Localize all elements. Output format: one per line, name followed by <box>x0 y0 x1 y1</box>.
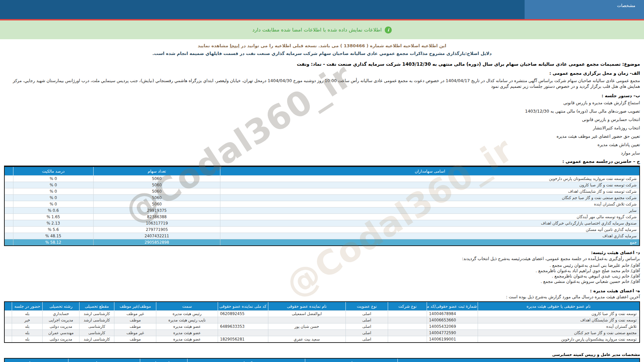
table-cell: مدیریت دولتی <box>43 336 79 343</box>
status-message: اطلاعات نمایش داده شده با اطلاعات امضا ش… <box>252 27 382 33</box>
shareholder-row: شرکت مجتمع صنعتی نفت و گاز صبا جم کنگان5… <box>4 195 640 201</box>
table-cell: 2905852898 <box>93 239 220 246</box>
table-cell <box>218 330 268 336</box>
board-member-row: توسعه نفت مروارید پیشکسوتان پارس دارخوین… <box>4 336 640 343</box>
table-cell <box>4 176 13 182</box>
header-cell: نام عضو حقیقی یا حقوقی هیئت مدیره <box>478 302 640 311</box>
agenda-item: انتخاب روزنامة کثیرالانتشار <box>4 125 640 130</box>
table-cell: شرکت تلاش گستران آینده <box>220 201 640 207</box>
shareholder-row: شرکت توسعه نفت مروارید پیشکسوتان پارس دا… <box>4 176 640 182</box>
table-cell: مدیریت دولتی <box>43 323 79 330</box>
table-cell: مدیریت اجرایی <box>43 317 79 323</box>
table-cell <box>388 323 427 330</box>
table-cell: 6489633353 <box>218 323 268 330</box>
amendment-note: این اطلاعیه اصلاحیه اطلاعیه شماره ( 1380… <box>0 43 644 48</box>
table-cell: 14004772590 <box>427 330 478 336</box>
tab-label: مشخصات <box>617 3 635 8</box>
header-cell: مقطع تحصیلی <box>140 358 187 362</box>
presidium-member: آقای/ خانم زینب عبدي انبوهي به‌عنوان ناظ… <box>4 274 640 279</box>
presidium-intro: براساس رأی‌گیری به‌عمل‌آمده در جلسة مجمع… <box>4 256 640 261</box>
previous-notice-link[interactable]: اینجا <box>230 43 239 48</box>
table-cell: 29919375 <box>93 207 220 214</box>
board-member-row: توسعه نفت و گاز شایستگان اهداف1400665366… <box>4 317 640 323</box>
page-header: مشخصات <box>0 0 644 19</box>
table-cell: اصلی <box>345 317 388 323</box>
table-cell: 5060 <box>93 182 220 188</box>
table-cell: بله <box>12 336 43 343</box>
table-cell: مهندسي عمران <box>43 330 79 336</box>
board-members-table: نام عضو حقیقی یا حقوقی هیئت مدیرهشمارة ث… <box>4 301 640 343</box>
table-cell: 1829056281 <box>218 336 268 343</box>
table-cell: % 5.6 <box>13 227 94 233</box>
total-row: جمع2905852898% 58.12 <box>4 239 640 246</box>
board-intro: آخرین اعضای هیئت مدیره درسال مالی مورد گ… <box>4 294 640 300</box>
board-member-row: توسعه نفت و گاز صبا کارون14004678984اصلی… <box>4 311 640 317</box>
table-cell <box>4 239 13 246</box>
table-cell: حسن شبان پور <box>268 323 345 330</box>
board-member-row: مجتمع صنعتی نفت و گاز صبا جم کنگان140047… <box>4 330 640 336</box>
table-cell: % 0 <box>13 176 94 182</box>
table-cell <box>4 227 13 233</box>
table-cell: غیر موظف <box>114 330 156 336</box>
board-header-row: نام عضو حقیقی یا حقوقی هیئت مدیرهشمارة ث… <box>4 302 640 311</box>
table-cell: % 0 <box>13 195 94 201</box>
header-cell: رشته تحصیلی <box>68 358 140 362</box>
header-cell: اسامی سهامداران <box>220 167 640 176</box>
table-cell: شرکت مجتمع صنعتی نفت و گاز صبا جم کنگان <box>220 195 640 201</box>
table-cell: ابوالفضل اسمعیلی <box>268 311 345 317</box>
table-cell: 5060 <box>93 201 220 207</box>
header-cell: حضور در جلسه <box>12 302 43 311</box>
header-cell: نام نماینده عضو حقوقی <box>268 302 345 311</box>
table-cell: کارشناسی ارشد <box>79 336 114 343</box>
header-cell: نام <box>305 358 397 362</box>
table-cell: 82386388 <box>93 214 220 220</box>
header-cell: تعداد سهام <box>93 167 220 176</box>
table-cell: تلاش گستران آینده <box>478 323 640 330</box>
shareholder-row: شرکت تلاش گستران آینده5060% 0 <box>4 201 640 207</box>
table-cell: شرکت گروه توسعه مالي مهر آیندگان <box>220 214 640 220</box>
table-cell: موظف <box>114 317 156 323</box>
table-cell <box>388 336 427 343</box>
agenda-list: استماع گزارش هیئت مدیره و بازرس قانونیتص… <box>4 100 640 156</box>
table-cell <box>388 330 427 336</box>
table-cell: 279771905 <box>93 227 220 233</box>
tab-moshakhasat[interactable]: مشخصات <box>525 0 644 19</box>
subject-line: موضوع: تصمیمات مجمع عمومی عادی سالیانه ص… <box>4 61 640 67</box>
section-e-title: ه- اعضای هیئت مدیره : <box>4 288 640 293</box>
table-cell: صندوق سرمایه گذاري اختصاصي بازارگرداني خ… <box>220 220 640 227</box>
table-cell: توسعه نفت مروارید پیشکسوتان پارس دارخوین <box>478 336 640 343</box>
meeting-location-paragraph: مجمع عمومی عادی سالیانه صاحبان سهام شرکت… <box>4 78 640 89</box>
agenda-item: انتخاب حسابرس و بازرس قانونی <box>4 117 640 122</box>
shareholders-header-row: اسامی سهامدارانتعداد سهامدرصد مالکیت <box>4 167 640 176</box>
table-cell: عضو هیئت مدیره <box>156 336 218 343</box>
agenda-item: سایر موارد <box>4 150 640 156</box>
section-a-title: الف- زمان و محل برگزاری مجمع عمومی : <box>4 71 640 76</box>
agenda-item: استماع گزارش هیئت مدیره و بازرس قانونی <box>4 100 640 105</box>
table-cell: 0620892455 <box>218 311 268 317</box>
shareholders-body: شرکت توسعه نفت مروارید پیشکسوتان پارس دا… <box>4 176 640 239</box>
table-cell <box>4 214 13 220</box>
ceo-header-row: شرحنامکد ملیمقطع تحصیلیرشته تحصیلیحضور د… <box>4 358 640 362</box>
shareholder-row: سایر29919375% 0.6 <box>4 207 640 214</box>
presidium-member: آقای/ خانم حسین شعباني سروش به‌عنوان منش… <box>4 279 640 284</box>
table-cell: 14004678984 <box>427 311 478 317</box>
agenda-item: تصویب صورت‌های مالی سال (دوره) مالی منته… <box>4 109 640 114</box>
table-cell: اصلی <box>345 336 388 343</box>
table-cell <box>388 311 427 317</box>
presidium-members-list: آقای/ خانم علیرضا بني اسدي به‌عنوان رئیس… <box>4 263 640 284</box>
table-cell: نایب رئیس هیئت مدیره <box>156 317 218 323</box>
shareholder-row: سرمایه گذاري تامین آتیه مسکن279771905% 5… <box>4 227 640 233</box>
table-cell: 14005432069 <box>427 323 478 330</box>
correction-reason: دلایل اصلاح:بارگذاری مشروح مذاکرات مجمع … <box>0 51 644 56</box>
table-cell: بله <box>12 323 43 330</box>
table-cell: 2407432211 <box>93 233 220 239</box>
table-cell <box>4 182 13 188</box>
table-cell: اصلی <box>345 330 388 336</box>
table-cell: % 0 <box>13 182 94 188</box>
table-cell: 5060 <box>93 188 220 195</box>
header-cell: موظف/غیر موظف <box>114 302 156 311</box>
table-cell: % 58.12 <box>13 239 94 246</box>
table-cell <box>4 195 13 201</box>
header-cell: رشته تحصیلی <box>43 302 79 311</box>
table-cell <box>4 323 12 330</box>
